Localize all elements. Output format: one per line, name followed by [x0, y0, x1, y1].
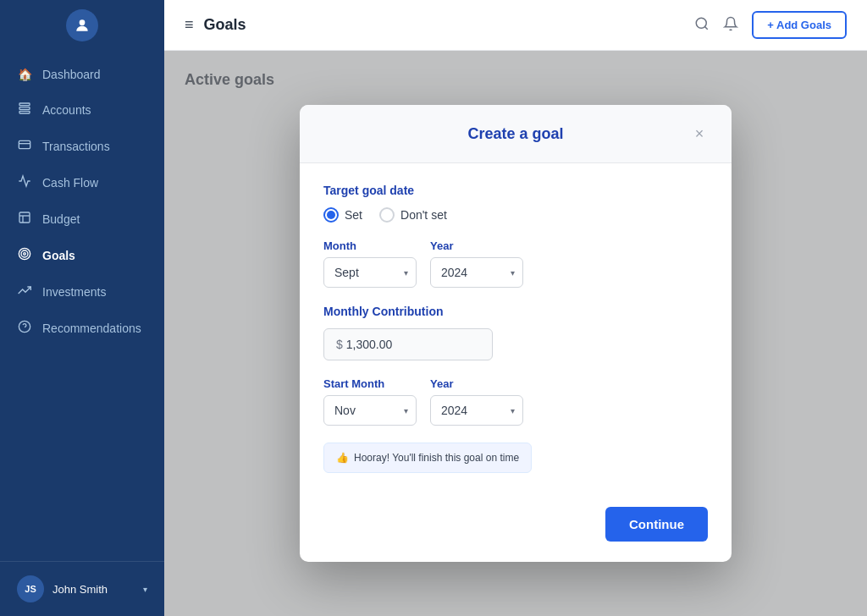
user-name: John Smith — [52, 583, 135, 596]
sidebar-item-label: Transactions — [42, 140, 110, 153]
radio-group: Set Don't set — [323, 207, 708, 223]
radio-set-label: Set — [345, 208, 362, 222]
contribution-field[interactable]: $ 1,300.00 — [323, 328, 493, 360]
svg-point-0 — [80, 19, 86, 25]
sidebar-item-accounts[interactable]: Accounts — [0, 91, 164, 128]
radio-set-option[interactable]: Set — [323, 207, 362, 223]
topbar: ≡ Goals + Add Goals — [164, 0, 867, 51]
monthly-contribution-label: Monthly Contribution — [323, 305, 708, 318]
goals-icon — [17, 247, 32, 263]
continue-button[interactable]: Continue — [605, 507, 708, 542]
sidebar-item-transactions[interactable]: Transactions — [0, 128, 164, 164]
svg-point-10 — [21, 250, 28, 257]
svg-rect-1 — [19, 103, 30, 106]
sidebar-footer: JS John Smith ▾ — [0, 561, 164, 616]
success-text: Hooray! You'll finish this goal on time — [354, 452, 519, 464]
investments-icon — [17, 283, 32, 300]
close-button[interactable]: × — [688, 122, 711, 146]
success-emoji: 👍 — [336, 452, 349, 464]
start-month-select-wrapper: JanFebMarApr MayJunJulAug SeptOctNovDec … — [323, 395, 417, 426]
year-select-wrapper: 20242025202620272028 ▾ — [430, 257, 523, 288]
start-year-select[interactable]: 202420252026 — [430, 395, 523, 426]
svg-rect-4 — [19, 140, 30, 148]
start-month-select[interactable]: JanFebMarApr MayJunJulAug SeptOctNovDec — [323, 395, 417, 426]
radio-set-circle — [323, 207, 339, 223]
contribution-value: 1,300.00 — [346, 338, 393, 351]
contribution-prefix: $ — [336, 338, 343, 351]
start-month-field-group: Start Month JanFebMarApr MayJunJulAug Se… — [323, 377, 417, 426]
svg-rect-2 — [19, 107, 30, 110]
sidebar-nav: 🏠 Dashboard Accounts Transactions Cash F… — [0, 51, 164, 561]
radio-dont-set-label: Don't set — [400, 208, 447, 222]
page-content: Active goals Create a goal × Target goal… — [164, 51, 867, 616]
recommendations-icon — [17, 320, 32, 336]
sidebar-item-investments[interactable]: Investments — [0, 273, 164, 310]
sidebar-item-budget[interactable]: Budget — [0, 201, 164, 237]
start-month-year-row: Start Month JanFebMarApr MayJunJulAug Se… — [323, 377, 708, 426]
target-goal-date-label: Target goal date — [323, 184, 708, 197]
sidebar-item-label: Dashboard — [42, 68, 101, 81]
sidebar-item-label: Investments — [42, 285, 106, 299]
start-year-select-wrapper: 202420252026 ▾ — [430, 395, 523, 426]
svg-rect-3 — [19, 111, 30, 113]
cashflow-icon — [17, 174, 32, 190]
search-icon[interactable] — [694, 16, 710, 35]
menu-icon[interactable]: ≡ — [185, 16, 194, 34]
create-goal-modal: Create a goal × Target goal date Set — [300, 105, 732, 562]
sidebar: 🏠 Dashboard Accounts Transactions Cash F… — [0, 0, 164, 616]
sidebar-item-cashflow[interactable]: Cash Flow — [0, 164, 164, 201]
logo-icon — [66, 9, 98, 41]
avatar: JS — [17, 575, 44, 602]
success-banner: 👍 Hooray! You'll finish this goal on tim… — [323, 443, 532, 473]
month-select[interactable]: JanFebMarApr MayJunJulAug SeptOctNovDec — [323, 257, 417, 288]
month-select-wrapper: JanFebMarApr MayJunJulAug SeptOctNovDec … — [323, 257, 417, 288]
svg-point-13 — [697, 18, 707, 28]
sidebar-item-goals[interactable]: Goals — [0, 237, 164, 273]
month-field-group: Month JanFebMarApr MayJunJulAug SeptOctN… — [323, 239, 417, 288]
month-label: Month — [323, 239, 417, 252]
add-goals-button[interactable]: + Add Goals — [752, 11, 847, 39]
svg-point-11 — [24, 253, 26, 256]
modal-title: Create a goal — [344, 125, 688, 143]
start-month-label: Start Month — [323, 377, 417, 390]
sidebar-item-label: Cash Flow — [42, 176, 98, 190]
month-year-row: Month JanFebMarApr MayJunJulAug SeptOctN… — [323, 239, 708, 288]
year-label: Year — [430, 239, 523, 252]
transactions-icon — [17, 138, 32, 154]
modal-header: Create a goal × — [300, 105, 732, 163]
start-year-field-group: Year 202420252026 ▾ — [430, 377, 523, 426]
svg-line-14 — [705, 26, 708, 29]
main-area: ≡ Goals + Add Goals Active goals — [164, 0, 867, 616]
year-field-group: Year 20242025202620272028 ▾ — [430, 239, 523, 288]
radio-dont-set-circle — [379, 207, 395, 223]
radio-dont-set-option[interactable]: Don't set — [379, 207, 447, 223]
start-year-label: Year — [430, 377, 523, 390]
modal-body: Target goal date Set Don't set — [300, 163, 732, 493]
home-icon: 🏠 — [17, 68, 32, 81]
topbar-left: ≡ Goals — [185, 16, 246, 34]
chevron-down-icon: ▾ — [143, 585, 147, 594]
year-select[interactable]: 20242025202620272028 — [430, 257, 523, 288]
sidebar-item-label: Budget — [42, 212, 80, 226]
sidebar-item-label: Recommendations — [42, 322, 141, 335]
sidebar-item-label: Accounts — [42, 103, 91, 117]
topbar-icons — [694, 16, 738, 35]
bell-icon[interactable] — [723, 16, 738, 35]
accounts-icon — [17, 102, 32, 118]
modal-footer: Continue — [300, 493, 732, 562]
contribution-row: $ 1,300.00 — [323, 328, 708, 360]
modal-overlay: Create a goal × Target goal date Set — [164, 51, 867, 616]
sidebar-item-dashboard[interactable]: 🏠 Dashboard — [0, 58, 164, 91]
budget-icon — [17, 211, 32, 227]
sidebar-logo — [0, 0, 164, 51]
topbar-right: + Add Goals — [694, 11, 847, 39]
page-title: Goals — [204, 16, 246, 34]
sidebar-item-label: Goals — [42, 249, 75, 262]
sidebar-item-recommendations[interactable]: Recommendations — [0, 310, 164, 346]
svg-rect-6 — [19, 212, 30, 223]
